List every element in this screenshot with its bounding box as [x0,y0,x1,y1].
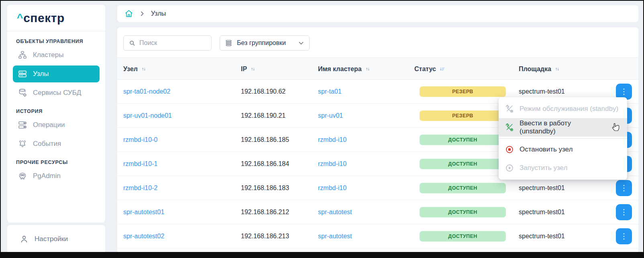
node-link[interactable]: rzmbd-i10-2 [123,176,157,200]
menu-item-start-node: Запустить узел [499,159,627,177]
cluster-link[interactable]: rzmbd-i10 [318,152,346,176]
home-icon[interactable] [124,9,133,18]
operations-icon [18,120,27,130]
events-bell-icon [18,139,27,149]
row-actions-button[interactable]: ⋮ [616,204,632,220]
menu-item-stop-node[interactable]: Остановить узел [499,140,627,159]
cluster-link[interactable]: spr-autotest [318,224,352,248]
sidebar: ^спектр ОБЪЕКТЫ УПРАВЛЕНИЯ Кластеры Узлы [7,5,105,223]
sidebar-item-nodes[interactable]: Узлы [13,66,100,82]
grouping-dropdown[interactable]: Без группировки [220,35,310,51]
table-row: spr-autotest02 192.168.186.213 spr-autot… [117,224,638,248]
ip-cell: 192.168.186.185 [241,128,289,152]
search-input[interactable] [139,39,200,47]
node-link[interactable]: spr-ta01-node02 [123,80,170,104]
menu-item-unstandby[interactable]: Ввести в работу (unstandby) [499,118,627,137]
node-link[interactable]: rzmbd-i10-1 [123,152,157,176]
play-icon [505,164,514,172]
cluster-link[interactable]: rzmbd-i10 [318,128,346,152]
sort-icon[interactable] [141,66,147,72]
node-link[interactable]: spr-uv01-node01 [123,104,172,128]
sidebar-item-label: Кластеры [33,51,64,59]
site-cell: spectrum-test01 [519,200,565,224]
menu-item-label: Режим обслуживания (standby) [520,105,618,113]
sidebar-item-pgadmin[interactable]: PgAdmin [13,168,100,184]
row-actions-button[interactable]: ⋮ [616,228,632,244]
sidebar-item-label: Операции [33,121,65,129]
column-label: Узел [123,66,138,73]
node-link[interactable]: rzmbd-i10-0 [123,128,157,152]
sidebar-item-events[interactable]: События [13,135,100,152]
chevron-right-icon [139,10,145,17]
sort-icon[interactable] [554,66,560,72]
node-link[interactable]: spr-autotest01 [123,200,164,224]
menu-divider [499,138,627,139]
search-icon [128,39,136,47]
sort-icon[interactable] [365,66,371,72]
site-cell: spectrum-test01 [519,176,565,200]
column-header-cluster[interactable]: Имя кластера [318,58,371,80]
pgadmin-elephant-icon [18,171,27,181]
sidebar-item-label: События [33,140,61,148]
status-badge: ДОСТУПЕН [420,231,506,242]
grouping-icon [225,39,233,47]
cluster-link[interactable]: rzmbd-i10 [318,176,346,200]
table-header: Узел IP Имя кластера Статус [117,57,638,80]
ip-cell: 192.168.190.62 [241,80,285,104]
ip-cell: 192.168.186.213 [241,224,289,248]
column-header-ip[interactable]: IP [241,58,256,80]
breadcrumb: Узлы [117,5,638,22]
column-header-site[interactable]: Площадка [519,58,560,80]
row-actions-button[interactable]: ⋮ [616,180,632,196]
clusters-icon [18,50,27,60]
menu-item-label: Остановить узел [520,145,573,154]
column-label: Статус [414,66,436,73]
column-header-node[interactable]: Узел [123,58,147,80]
sort-icon[interactable] [250,66,256,72]
menu-item-label: Запустить узел [520,164,567,172]
breadcrumb-current[interactable]: Узлы [151,10,166,17]
node-actions-context-menu: Режим обслуживания (standby) Ввести в ра… [499,97,627,180]
chevron-down-icon [298,40,304,46]
app-window: ^спектр ОБЪЕКТЫ УПРАВЛЕНИЯ Кластеры Узлы [0,0,644,258]
column-label: IP [241,66,247,73]
sidebar-item-db-services[interactable]: Сервисы СУБД [13,84,100,101]
maintenance-tools-icon [505,104,514,113]
menu-item-standby: Режим обслуживания (standby) [499,100,627,118]
table-row: rzmbd-i10-2 192.168.186.183 rzmbd-i10 ДО… [117,176,638,200]
logo-text: спектр [23,11,65,25]
ip-cell: 192.168.186.183 [241,176,289,200]
unstandby-tools-icon [505,123,514,132]
sidebar-section-other: ПРОЧИЕ РЕСУРСЫ [16,160,96,165]
nodes-icon [18,69,27,79]
sidebar-item-settings[interactable]: Настройки [19,234,68,244]
cluster-link[interactable]: spr-uv01 [318,104,343,128]
stop-icon [505,145,514,154]
node-link[interactable]: spr-autotest02 [123,224,164,248]
column-header-status[interactable]: Статус [414,58,445,80]
sidebar-item-operations[interactable]: Операции [13,117,100,133]
hand-cursor-icon [610,122,621,133]
search-box [123,35,212,51]
cluster-link[interactable]: spr-ta01 [318,80,342,104]
sidebar-item-label: Узлы [33,70,49,78]
sidebar-footer: Настройки [7,225,105,253]
sidebar-item-label: PgAdmin [33,172,61,180]
menu-item-label: Ввести в работу (unstandby) [520,119,604,135]
sort-active-icon[interactable] [439,66,445,72]
column-label: Площадка [519,66,551,73]
grouping-label: Без группировки [237,39,286,47]
status-badge: ДОСТУПЕН [420,159,506,169]
ip-cell: 192.168.186.184 [241,152,289,176]
sidebar-item-label: Настройки [35,235,68,243]
status-badge: РЕЗЕРВ [420,111,506,121]
window-bottom-edge [1,252,643,257]
user-icon [19,234,29,244]
sidebar-item-clusters[interactable]: Кластеры [13,47,100,63]
cluster-link[interactable]: spr-autotest [318,200,352,224]
status-badge: РЕЗЕРВ [420,86,506,97]
ip-cell: 192.168.186.212 [241,200,289,224]
sidebar-section-objects: ОБЪЕКТЫ УПРАВЛЕНИЯ [16,39,96,44]
database-services-icon [18,88,27,98]
sidebar-item-label: Сервисы СУБД [33,89,81,97]
